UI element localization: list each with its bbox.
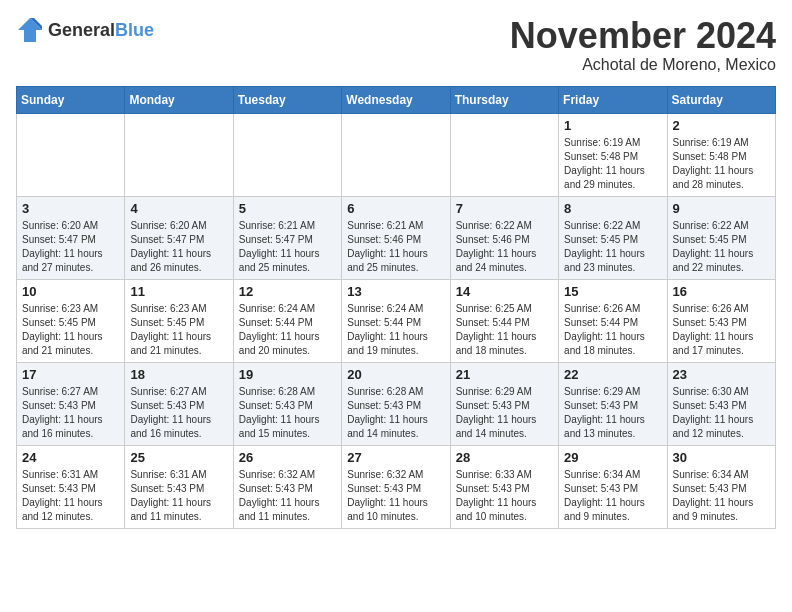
- day-info: Sunrise: 6:29 AMSunset: 5:43 PMDaylight:…: [564, 385, 661, 441]
- calendar-cell: 17Sunrise: 6:27 AMSunset: 5:43 PMDayligh…: [17, 362, 125, 445]
- week-row-5: 24Sunrise: 6:31 AMSunset: 5:43 PMDayligh…: [17, 445, 776, 528]
- day-info: Sunrise: 6:19 AMSunset: 5:48 PMDaylight:…: [673, 136, 770, 192]
- day-info: Sunrise: 6:29 AMSunset: 5:43 PMDaylight:…: [456, 385, 553, 441]
- calendar-cell: [233, 113, 341, 196]
- calendar-cell: 1Sunrise: 6:19 AMSunset: 5:48 PMDaylight…: [559, 113, 667, 196]
- calendar-cell: 26Sunrise: 6:32 AMSunset: 5:43 PMDayligh…: [233, 445, 341, 528]
- week-row-2: 3Sunrise: 6:20 AMSunset: 5:47 PMDaylight…: [17, 196, 776, 279]
- day-number: 11: [130, 284, 227, 299]
- day-info: Sunrise: 6:27 AMSunset: 5:43 PMDaylight:…: [130, 385, 227, 441]
- calendar-cell: 13Sunrise: 6:24 AMSunset: 5:44 PMDayligh…: [342, 279, 450, 362]
- day-number: 25: [130, 450, 227, 465]
- day-info: Sunrise: 6:22 AMSunset: 5:46 PMDaylight:…: [456, 219, 553, 275]
- calendar-cell: 28Sunrise: 6:33 AMSunset: 5:43 PMDayligh…: [450, 445, 558, 528]
- weekday-header-monday: Monday: [125, 86, 233, 113]
- week-row-3: 10Sunrise: 6:23 AMSunset: 5:45 PMDayligh…: [17, 279, 776, 362]
- calendar-cell: 20Sunrise: 6:28 AMSunset: 5:43 PMDayligh…: [342, 362, 450, 445]
- calendar-cell: 11Sunrise: 6:23 AMSunset: 5:45 PMDayligh…: [125, 279, 233, 362]
- calendar-cell: [17, 113, 125, 196]
- day-info: Sunrise: 6:22 AMSunset: 5:45 PMDaylight:…: [673, 219, 770, 275]
- calendar-cell: 15Sunrise: 6:26 AMSunset: 5:44 PMDayligh…: [559, 279, 667, 362]
- calendar-header: SundayMondayTuesdayWednesdayThursdayFrid…: [17, 86, 776, 113]
- day-number: 30: [673, 450, 770, 465]
- logo-icon: [16, 16, 44, 44]
- calendar-cell: 29Sunrise: 6:34 AMSunset: 5:43 PMDayligh…: [559, 445, 667, 528]
- day-info: Sunrise: 6:24 AMSunset: 5:44 PMDaylight:…: [239, 302, 336, 358]
- day-info: Sunrise: 6:23 AMSunset: 5:45 PMDaylight:…: [130, 302, 227, 358]
- calendar-cell: 5Sunrise: 6:21 AMSunset: 5:47 PMDaylight…: [233, 196, 341, 279]
- weekday-header-friday: Friday: [559, 86, 667, 113]
- calendar-cell: 6Sunrise: 6:21 AMSunset: 5:46 PMDaylight…: [342, 196, 450, 279]
- location-title: Achotal de Moreno, Mexico: [510, 56, 776, 74]
- day-number: 21: [456, 367, 553, 382]
- week-row-4: 17Sunrise: 6:27 AMSunset: 5:43 PMDayligh…: [17, 362, 776, 445]
- weekday-header-wednesday: Wednesday: [342, 86, 450, 113]
- calendar-cell: 8Sunrise: 6:22 AMSunset: 5:45 PMDaylight…: [559, 196, 667, 279]
- page-header: GeneralBlue November 2024 Achotal de Mor…: [16, 16, 776, 74]
- day-number: 12: [239, 284, 336, 299]
- day-info: Sunrise: 6:25 AMSunset: 5:44 PMDaylight:…: [456, 302, 553, 358]
- day-number: 3: [22, 201, 119, 216]
- calendar-cell: [342, 113, 450, 196]
- calendar-cell: 7Sunrise: 6:22 AMSunset: 5:46 PMDaylight…: [450, 196, 558, 279]
- day-info: Sunrise: 6:26 AMSunset: 5:43 PMDaylight:…: [673, 302, 770, 358]
- day-info: Sunrise: 6:20 AMSunset: 5:47 PMDaylight:…: [130, 219, 227, 275]
- day-number: 7: [456, 201, 553, 216]
- day-number: 6: [347, 201, 444, 216]
- weekday-row: SundayMondayTuesdayWednesdayThursdayFrid…: [17, 86, 776, 113]
- calendar-cell: 30Sunrise: 6:34 AMSunset: 5:43 PMDayligh…: [667, 445, 775, 528]
- day-number: 2: [673, 118, 770, 133]
- svg-marker-0: [18, 18, 42, 42]
- calendar-cell: 3Sunrise: 6:20 AMSunset: 5:47 PMDaylight…: [17, 196, 125, 279]
- weekday-header-tuesday: Tuesday: [233, 86, 341, 113]
- day-number: 23: [673, 367, 770, 382]
- day-number: 5: [239, 201, 336, 216]
- day-info: Sunrise: 6:33 AMSunset: 5:43 PMDaylight:…: [456, 468, 553, 524]
- calendar-cell: 23Sunrise: 6:30 AMSunset: 5:43 PMDayligh…: [667, 362, 775, 445]
- calendar-table: SundayMondayTuesdayWednesdayThursdayFrid…: [16, 86, 776, 529]
- calendar-cell: 4Sunrise: 6:20 AMSunset: 5:47 PMDaylight…: [125, 196, 233, 279]
- day-info: Sunrise: 6:34 AMSunset: 5:43 PMDaylight:…: [673, 468, 770, 524]
- calendar-cell: 16Sunrise: 6:26 AMSunset: 5:43 PMDayligh…: [667, 279, 775, 362]
- day-number: 17: [22, 367, 119, 382]
- calendar-cell: 10Sunrise: 6:23 AMSunset: 5:45 PMDayligh…: [17, 279, 125, 362]
- day-number: 10: [22, 284, 119, 299]
- title-area: November 2024 Achotal de Moreno, Mexico: [510, 16, 776, 74]
- day-number: 20: [347, 367, 444, 382]
- week-row-1: 1Sunrise: 6:19 AMSunset: 5:48 PMDaylight…: [17, 113, 776, 196]
- day-info: Sunrise: 6:32 AMSunset: 5:43 PMDaylight:…: [347, 468, 444, 524]
- calendar-cell: 21Sunrise: 6:29 AMSunset: 5:43 PMDayligh…: [450, 362, 558, 445]
- day-number: 13: [347, 284, 444, 299]
- day-info: Sunrise: 6:31 AMSunset: 5:43 PMDaylight:…: [130, 468, 227, 524]
- logo: GeneralBlue: [16, 16, 154, 44]
- day-info: Sunrise: 6:32 AMSunset: 5:43 PMDaylight:…: [239, 468, 336, 524]
- day-number: 27: [347, 450, 444, 465]
- day-info: Sunrise: 6:26 AMSunset: 5:44 PMDaylight:…: [564, 302, 661, 358]
- day-info: Sunrise: 6:21 AMSunset: 5:47 PMDaylight:…: [239, 219, 336, 275]
- calendar-cell: 9Sunrise: 6:22 AMSunset: 5:45 PMDaylight…: [667, 196, 775, 279]
- calendar-cell: 24Sunrise: 6:31 AMSunset: 5:43 PMDayligh…: [17, 445, 125, 528]
- calendar-body: 1Sunrise: 6:19 AMSunset: 5:48 PMDaylight…: [17, 113, 776, 528]
- day-info: Sunrise: 6:31 AMSunset: 5:43 PMDaylight:…: [22, 468, 119, 524]
- day-number: 1: [564, 118, 661, 133]
- calendar-cell: 18Sunrise: 6:27 AMSunset: 5:43 PMDayligh…: [125, 362, 233, 445]
- calendar-cell: 14Sunrise: 6:25 AMSunset: 5:44 PMDayligh…: [450, 279, 558, 362]
- calendar-cell: 12Sunrise: 6:24 AMSunset: 5:44 PMDayligh…: [233, 279, 341, 362]
- day-info: Sunrise: 6:24 AMSunset: 5:44 PMDaylight:…: [347, 302, 444, 358]
- logo-text: GeneralBlue: [48, 20, 154, 41]
- day-number: 14: [456, 284, 553, 299]
- day-info: Sunrise: 6:27 AMSunset: 5:43 PMDaylight:…: [22, 385, 119, 441]
- day-info: Sunrise: 6:20 AMSunset: 5:47 PMDaylight:…: [22, 219, 119, 275]
- weekday-header-sunday: Sunday: [17, 86, 125, 113]
- calendar-cell: 2Sunrise: 6:19 AMSunset: 5:48 PMDaylight…: [667, 113, 775, 196]
- day-number: 4: [130, 201, 227, 216]
- day-info: Sunrise: 6:30 AMSunset: 5:43 PMDaylight:…: [673, 385, 770, 441]
- calendar-cell: 27Sunrise: 6:32 AMSunset: 5:43 PMDayligh…: [342, 445, 450, 528]
- calendar-cell: [125, 113, 233, 196]
- day-info: Sunrise: 6:22 AMSunset: 5:45 PMDaylight:…: [564, 219, 661, 275]
- day-info: Sunrise: 6:23 AMSunset: 5:45 PMDaylight:…: [22, 302, 119, 358]
- weekday-header-saturday: Saturday: [667, 86, 775, 113]
- calendar-cell: 19Sunrise: 6:28 AMSunset: 5:43 PMDayligh…: [233, 362, 341, 445]
- day-number: 16: [673, 284, 770, 299]
- day-number: 29: [564, 450, 661, 465]
